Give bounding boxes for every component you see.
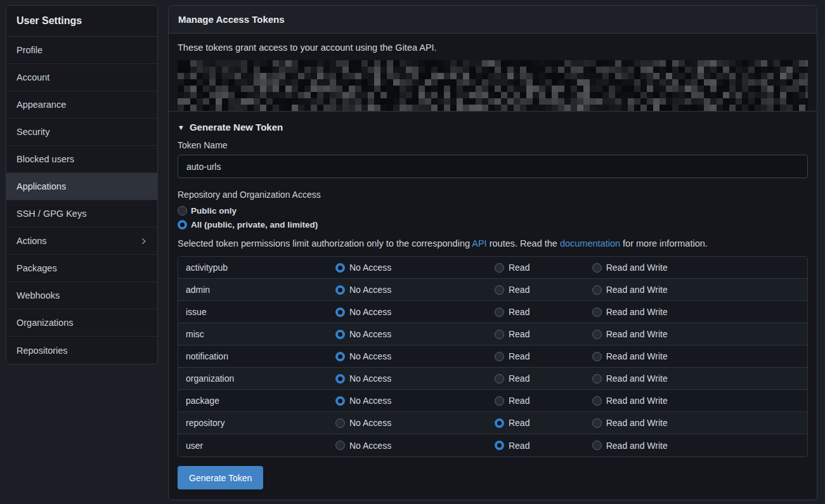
read-radio[interactable] [495,396,504,406]
scope-option-label[interactable]: Read and Write [606,307,668,317]
read-radio[interactable] [495,352,504,361]
scope-option-label[interactable]: No Access [349,307,391,317]
scope-option-label[interactable]: Read and Write [606,441,668,451]
access-option-label[interactable]: All (public, private, and limited) [191,220,318,229]
read-and-write-radio[interactable] [592,307,602,317]
scope-organization-read-option[interactable]: Read [495,373,592,384]
read-radio-checked[interactable] [495,418,504,428]
scope-option-label[interactable]: Read [509,307,529,317]
read-radio[interactable] [495,374,504,384]
scope-option-label[interactable]: Read [509,329,529,339]
scope-activitypub-read-option[interactable]: Read [495,262,592,273]
no-access-radio-checked[interactable] [335,352,345,361]
scope-user-no-access-option[interactable]: No Access [335,441,495,451]
scope-option-label[interactable]: Read and Write [606,285,668,295]
read-and-write-radio[interactable] [592,374,602,384]
scope-user-read-and-write-option[interactable]: Read and Write [592,441,807,451]
scope-option-label[interactable]: Read [509,418,529,428]
read-radio-checked[interactable] [495,441,504,450]
sidebar-item-profile[interactable]: Profile [6,37,157,64]
scope-option-label[interactable]: Read and Write [606,329,668,339]
scope-option-label[interactable]: No Access [349,285,391,295]
scope-issue-read-and-write-option[interactable]: Read and Write [592,307,807,317]
no-access-radio[interactable] [335,418,345,428]
access-option-radio-checked[interactable] [178,220,187,229]
sidebar-item-security[interactable]: Security [6,119,157,146]
scope-option-label[interactable]: Read [509,262,529,273]
scope-option-label[interactable]: Read and Write [606,262,668,273]
token-name-input[interactable] [178,155,808,178]
scope-option-label[interactable]: No Access [349,396,391,406]
scope-issue-read-option[interactable]: Read [495,307,592,317]
scope-package-read-option[interactable]: Read [495,396,592,406]
scope-option-label[interactable]: No Access [349,373,391,384]
scope-notification-read-option[interactable]: Read [495,351,592,361]
scope-user-read-option[interactable]: Read [495,441,592,451]
api-link[interactable]: API [472,238,486,249]
read-radio[interactable] [495,285,504,295]
scope-option-label[interactable]: Read [509,351,529,361]
sidebar-item-organizations[interactable]: Organizations [6,309,157,337]
sidebar-item-appearance[interactable]: Appearance [6,91,157,119]
no-access-radio-checked[interactable] [335,307,345,317]
access-option-label[interactable]: Public only [191,206,237,216]
no-access-radio[interactable] [335,441,345,450]
read-and-write-radio[interactable] [592,418,602,428]
scope-option-label[interactable]: Read and Write [606,373,668,384]
read-and-write-radio[interactable] [592,441,602,450]
scope-option-label[interactable]: No Access [349,441,391,451]
scope-option-label[interactable]: Read and Write [606,351,668,361]
read-and-write-radio[interactable] [592,263,602,273]
scope-organization-no-access-option[interactable]: No Access [335,373,495,384]
scope-option-label[interactable]: Read [509,441,529,451]
generate-new-token-toggle[interactable]: ▼ Generate New Token [178,122,283,132]
sidebar-item-actions[interactable]: Actions [6,228,157,255]
no-access-radio-checked[interactable] [335,330,345,339]
scope-activitypub-read-and-write-option[interactable]: Read and Write [592,262,807,273]
scope-option-label[interactable]: Read and Write [606,418,668,428]
scope-notification-no-access-option[interactable]: No Access [335,351,495,361]
scope-misc-no-access-option[interactable]: No Access [335,329,495,339]
scope-notification-read-and-write-option[interactable]: Read and Write [592,351,807,361]
read-and-write-radio[interactable] [592,330,602,339]
read-and-write-radio[interactable] [592,352,602,361]
no-access-radio-checked[interactable] [335,285,345,295]
scope-admin-no-access-option[interactable]: No Access [335,285,495,295]
sidebar-item-blocked-users[interactable]: Blocked users [6,146,157,173]
scope-repository-read-and-write-option[interactable]: Read and Write [592,418,807,428]
scope-organization-read-and-write-option[interactable]: Read and Write [592,373,807,384]
scope-option-label[interactable]: Read and Write [606,396,668,406]
read-and-write-radio[interactable] [592,396,602,406]
access-option-radio[interactable] [178,206,187,216]
scope-package-read-and-write-option[interactable]: Read and Write [592,396,807,406]
access-option-public-only[interactable]: Public only [178,206,237,216]
read-radio[interactable] [495,330,504,339]
scope-repository-read-option[interactable]: Read [495,418,592,428]
access-option-all-public-private-and-limited[interactable]: All (public, private, and limited) [178,220,318,229]
sidebar-item-packages[interactable]: Packages [6,255,157,282]
no-access-radio-checked[interactable] [335,263,345,273]
read-radio[interactable] [495,307,504,317]
scope-option-label[interactable]: No Access [349,262,391,273]
no-access-radio-checked[interactable] [335,396,345,406]
read-radio[interactable] [495,263,504,273]
scope-activitypub-no-access-option[interactable]: No Access [335,262,495,273]
sidebar-item-ssh-gpg-keys[interactable]: SSH / GPG Keys [6,200,157,228]
sidebar-item-webhooks[interactable]: Webhooks [6,282,157,309]
scope-option-label[interactable]: Read [509,373,529,384]
generate-token-button[interactable]: Generate Token [178,466,263,489]
documentation-link[interactable]: documentation [560,238,620,249]
scope-issue-no-access-option[interactable]: No Access [335,307,495,317]
scope-option-label[interactable]: Read [509,285,529,295]
sidebar-item-account[interactable]: Account [6,64,157,91]
scope-admin-read-and-write-option[interactable]: Read and Write [592,285,807,295]
scope-package-no-access-option[interactable]: No Access [335,396,495,406]
no-access-radio-checked[interactable] [335,374,345,384]
scope-repository-no-access-option[interactable]: No Access [335,418,495,428]
scope-misc-read-option[interactable]: Read [495,329,592,339]
sidebar-item-repositories[interactable]: Repositories [6,337,157,364]
scope-option-label[interactable]: Read [509,396,529,406]
sidebar-item-applications[interactable]: Applications [6,173,157,200]
scope-option-label[interactable]: No Access [349,351,391,361]
scope-misc-read-and-write-option[interactable]: Read and Write [592,329,807,339]
